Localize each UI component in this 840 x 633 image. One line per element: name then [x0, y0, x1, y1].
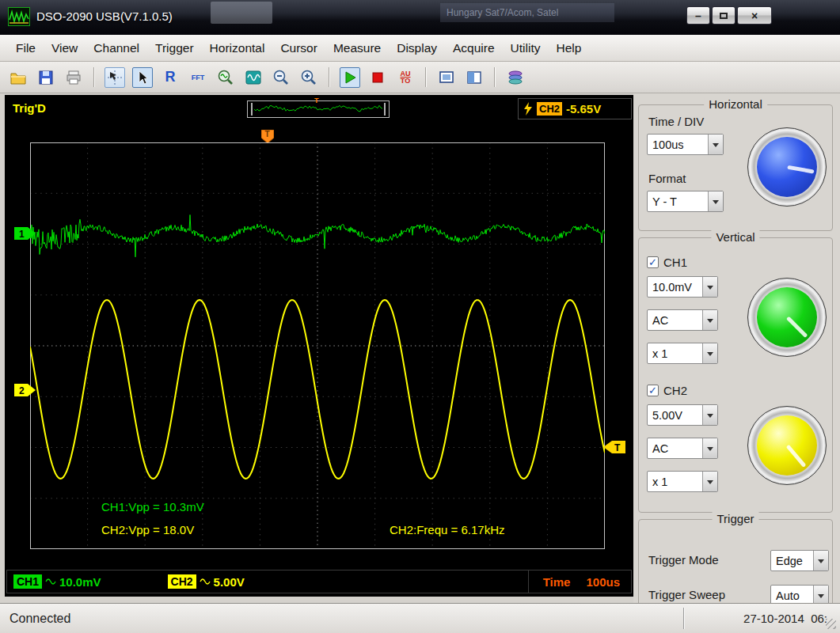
pointer-icon[interactable]: [132, 67, 153, 88]
ch2-frequency-readout: CH2:Frequ = 6.17kHz: [390, 523, 504, 536]
ch2-coupling-select[interactable]: AC: [647, 438, 718, 459]
reference-icon[interactable]: R: [160, 67, 181, 88]
cursor-measure-icon[interactable]: [105, 67, 125, 88]
ch1-enable-checkbox[interactable]: ✓ CH1: [647, 256, 687, 269]
background-window-text: Hungary Sat7/Acom, Satel: [447, 7, 558, 18]
timebase-select[interactable]: 100us: [647, 134, 724, 155]
fft-icon[interactable]: FFT: [188, 67, 208, 88]
toolbar-separator: [93, 67, 95, 87]
dropdown-arrow-icon: [813, 551, 828, 570]
menu-item-measure[interactable]: Measure: [325, 35, 389, 61]
toolbar-separator: [425, 67, 427, 87]
dropdown-arrow-icon: [702, 438, 717, 458]
split-screen-icon[interactable]: [464, 67, 485, 88]
menu-item-cursor[interactable]: Cursor: [272, 35, 325, 61]
trigger-group-title: Trigger: [713, 512, 759, 525]
dropdown-arrow-icon: [708, 135, 723, 154]
combo-value: AC: [648, 314, 702, 327]
horizontal-timebase-knob[interactable]: [747, 127, 827, 207]
svg-text:2: 2: [19, 385, 25, 396]
ch2-vpp-readout: CH2:Vpp = 18.0V: [101, 523, 194, 536]
trigger-source-badge: CH2: [537, 102, 562, 116]
acquisition-preview-strip[interactable]: T: [247, 97, 390, 118]
menu-item-utility[interactable]: Utility: [503, 35, 549, 61]
menu-item-file[interactable]: File: [8, 35, 44, 61]
zoom-analysis-icon[interactable]: [215, 67, 236, 88]
menu-item-help[interactable]: Help: [548, 35, 589, 61]
ch1-position-marker[interactable]: 1: [14, 227, 36, 240]
resize-grip[interactable]: [826, 619, 836, 629]
start-icon[interactable]: [340, 67, 360, 88]
ch2-checkbox-label: CH2: [663, 384, 687, 397]
dropdown-arrow-icon: [813, 586, 828, 603]
ch1-voltdiv-select[interactable]: 10.0mV: [647, 276, 718, 298]
ch2-voltdiv-select[interactable]: 5.00V: [647, 404, 718, 426]
ch2-voltdiv-readout: 5.00V: [214, 575, 245, 589]
ch2-probe-select[interactable]: x 1: [647, 471, 718, 492]
timebase-readout: Time 100us: [528, 570, 620, 593]
horizontal-group-title: Horizontal: [704, 97, 767, 111]
waveform-view-icon[interactable]: [243, 67, 264, 88]
scope-graticule: [30, 142, 605, 549]
toolbar-separator: [329, 67, 330, 87]
ch1-probe-select[interactable]: x 1: [647, 343, 718, 364]
print-icon[interactable]: [63, 67, 84, 88]
menu-item-view[interactable]: View: [44, 35, 86, 61]
vertical-group: Vertical ✓ CH1 10.0mV AC x 1: [638, 237, 833, 513]
app-icon: [8, 7, 30, 26]
full-screen-icon[interactable]: [436, 67, 457, 88]
trigger-level-marker[interactable]: T: [603, 441, 625, 453]
trigger-sweep-select[interactable]: Auto: [770, 585, 829, 603]
combo-value: x 1: [648, 476, 702, 488]
zoom-in-icon[interactable]: [298, 67, 319, 88]
ch1-voltdiv-readout: 10.0mV: [59, 575, 101, 589]
combo-value: Y - T: [648, 195, 708, 208]
status-bar: Connected 27-10-2014 06:: [0, 603, 840, 633]
restore-button[interactable]: [712, 6, 735, 25]
format-select[interactable]: Y - T: [647, 191, 724, 212]
minimize-button[interactable]: –: [686, 6, 710, 25]
ch1-vertical-knob[interactable]: [747, 278, 827, 357]
format-label: Format: [648, 172, 686, 185]
combo-value: 5.00V: [648, 409, 702, 422]
ch2-ac-coupling-icon: [200, 578, 211, 586]
combo-value: 10.0mV: [648, 281, 702, 294]
ch1-status-badge: CH1: [13, 574, 42, 589]
trigger-readout: CH2 -5.65V: [518, 98, 632, 119]
minimize-icon: –: [695, 9, 701, 22]
trigger-level-value: -5.65V: [566, 102, 601, 116]
combo-value: AC: [648, 442, 702, 455]
stop-icon[interactable]: [367, 67, 388, 88]
menu-item-channel[interactable]: Channel: [86, 35, 147, 61]
window-controls: – ×: [686, 6, 772, 25]
ch1-coupling-select[interactable]: AC: [647, 309, 718, 331]
svg-text:T: T: [265, 130, 270, 138]
menu-item-display[interactable]: Display: [389, 35, 445, 61]
ch2-enable-checkbox[interactable]: ✓ CH2: [647, 384, 687, 397]
combo-value: Auto: [771, 589, 813, 602]
menu-item-trigger[interactable]: Trigger: [147, 35, 202, 61]
menu-item-horizontal[interactable]: Horizontal: [202, 35, 273, 61]
checkbox-check-icon: ✓: [648, 257, 657, 267]
close-icon: ×: [751, 9, 758, 22]
svg-text:T: T: [614, 442, 621, 453]
save-icon[interactable]: [36, 67, 56, 88]
dropdown-arrow-icon: [702, 472, 717, 491]
trigger-sweep-label: Trigger Sweep: [648, 588, 725, 601]
save-reference-icon[interactable]: [505, 67, 526, 88]
title-bar[interactable]: Hungary Sat7/Acom, Satel DSO-2090 USB(V7…: [0, 0, 840, 35]
close-button[interactable]: ×: [737, 6, 772, 25]
menu-item-acquire[interactable]: Acquire: [445, 35, 503, 61]
combo-value: Edge: [771, 555, 813, 567]
ch2-vertical-knob[interactable]: [747, 406, 827, 485]
auto-set-icon[interactable]: AUTO: [395, 67, 416, 88]
window-title: DSO-2090 USB(V7.1.0.5): [36, 9, 173, 23]
ch2-position-marker[interactable]: 2: [14, 384, 36, 396]
zoom-out-icon[interactable]: [271, 67, 291, 88]
channel-status-bar: CH1 10.0mV CH2 5.00V Time 100us: [6, 570, 632, 593]
open-file-icon[interactable]: [8, 67, 29, 88]
trigger-mode-select[interactable]: Edge: [770, 550, 829, 571]
background-window-bleed: Hungary Sat7/Acom, Satel: [440, 3, 614, 22]
scope-display: Trig'D T CH2 -5.65V T 1 2: [5, 95, 633, 597]
dropdown-arrow-icon: [702, 405, 717, 425]
